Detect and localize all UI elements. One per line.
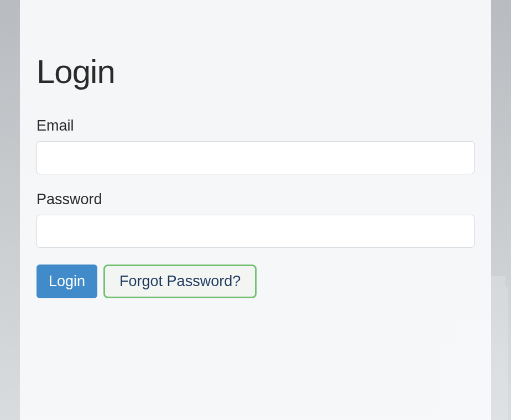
button-row: Login Forgot Password?	[36, 265, 474, 298]
login-card: Login Email Password Login Forgot Passwo…	[20, 0, 491, 420]
page-title: Login	[36, 53, 474, 91]
password-label: Password	[36, 191, 474, 208]
email-label: Email	[36, 117, 474, 134]
login-button[interactable]: Login	[36, 265, 97, 298]
password-form-group: Password	[36, 191, 474, 248]
email-form-group: Email	[36, 117, 474, 174]
email-field[interactable]	[36, 141, 474, 174]
password-field[interactable]	[36, 215, 474, 248]
forgot-password-button[interactable]: Forgot Password?	[103, 265, 257, 298]
